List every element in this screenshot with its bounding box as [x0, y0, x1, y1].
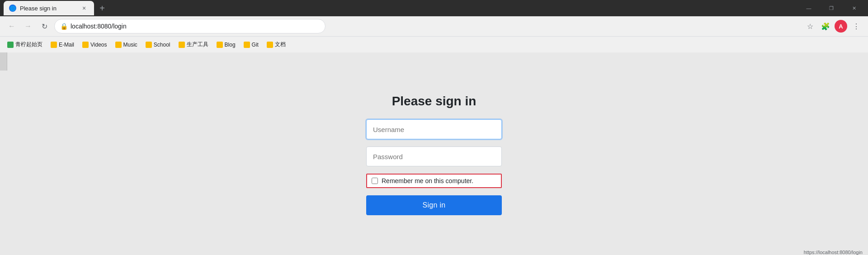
- bookmark-school[interactable]: School: [142, 40, 174, 50]
- page-title: Please sign in: [392, 94, 476, 109]
- bookmark-blog[interactable]: Blog: [213, 40, 239, 50]
- bookmark-favicon-icon: [267, 42, 273, 48]
- username-input[interactable]: [366, 119, 502, 139]
- bookmark-favicon-icon: [179, 42, 185, 48]
- menu-button[interactable]: ⋮: [850, 20, 863, 33]
- extensions-button[interactable]: 🧩: [819, 20, 832, 33]
- bookmarks-bar: 青柠起始页 E-Mail Videos Music School 生产工具 Bl…: [0, 36, 868, 52]
- bookmark-favicon-icon: [244, 42, 250, 48]
- new-tab-button[interactable]: +: [96, 2, 108, 14]
- bookmark-favicon-icon: [82, 42, 89, 48]
- password-input[interactable]: [366, 146, 502, 166]
- star-button[interactable]: ☆: [804, 20, 816, 33]
- bookmark-label: 生产工具: [187, 41, 208, 48]
- tab-favicon-icon: 🌐: [9, 5, 16, 12]
- window-controls: — ❐ ✕: [798, 0, 864, 16]
- page-content: Please sign in Remember me on this compu…: [0, 52, 868, 255]
- bookmark-productivity[interactable]: 生产工具: [175, 39, 212, 50]
- login-form-container: Please sign in Remember me on this compu…: [366, 94, 502, 215]
- bookmark-favicon-icon: [51, 42, 57, 48]
- lock-icon: 🔒: [60, 23, 68, 30]
- username-group: [366, 119, 502, 139]
- bookmark-label: Music: [123, 42, 137, 48]
- title-bar: 🌐 Please sign in × + — ❐ ✕: [0, 0, 868, 16]
- bookmark-music[interactable]: Music: [112, 40, 141, 50]
- remember-me-label: Remember me on this computer.: [382, 177, 473, 184]
- maximize-button[interactable]: ❐: [821, 0, 842, 16]
- bookmark-email[interactable]: E-Mail: [47, 40, 78, 50]
- status-bar: https://localhost:8080/login: [804, 250, 863, 255]
- profile-button[interactable]: A: [835, 20, 847, 33]
- refresh-button[interactable]: ↻: [38, 20, 51, 33]
- bookmark-label: Git: [252, 42, 259, 48]
- bookmark-favicon-icon: [217, 42, 223, 48]
- address-bar: ← → ↻ 🔒 localhost:8080/login ☆ 🧩 A ⋮: [0, 16, 868, 36]
- browser-chrome: 🌐 Please sign in × + — ❐ ✕ ← → ↻ 🔒 local…: [0, 0, 868, 52]
- close-button[interactable]: ✕: [844, 0, 864, 16]
- bookmark-label: 青柠起始页: [15, 41, 42, 48]
- back-button[interactable]: ←: [5, 20, 18, 33]
- active-tab[interactable]: 🌐 Please sign in ×: [4, 1, 94, 15]
- password-group: [366, 146, 502, 166]
- bookmark-label: E-Mail: [59, 42, 74, 48]
- sidebar-toggle[interactable]: [0, 52, 7, 71]
- bookmark-label: 文档: [275, 41, 286, 48]
- bookmark-label: School: [154, 42, 170, 48]
- minimize-button[interactable]: —: [798, 0, 819, 16]
- bookmark-favicon-icon: [7, 42, 14, 48]
- remember-me-wrapper: Remember me on this computer.: [366, 174, 502, 188]
- bookmark-label: Blog: [225, 42, 236, 48]
- sign-in-button[interactable]: Sign in: [366, 195, 502, 215]
- toolbar-icons: ☆ 🧩 A ⋮: [804, 20, 863, 33]
- bookmark-git[interactable]: Git: [240, 40, 262, 50]
- bookmark-favicon-icon: [146, 42, 152, 48]
- bookmark-favicon-icon: [115, 42, 122, 48]
- url-display: localhost:8080/login: [71, 23, 127, 30]
- tab-close-button[interactable]: ×: [80, 4, 89, 13]
- forward-button[interactable]: →: [22, 20, 34, 33]
- bookmark-qingcheng[interactable]: 青柠起始页: [4, 39, 46, 50]
- bookmark-label: Videos: [90, 42, 107, 48]
- bookmark-videos[interactable]: Videos: [79, 40, 110, 50]
- tab-title: Please sign in: [20, 5, 76, 12]
- remember-me-checkbox[interactable]: [372, 178, 378, 184]
- omnibox[interactable]: 🔒 localhost:8080/login: [54, 19, 326, 33]
- bookmark-docs[interactable]: 文档: [263, 39, 289, 50]
